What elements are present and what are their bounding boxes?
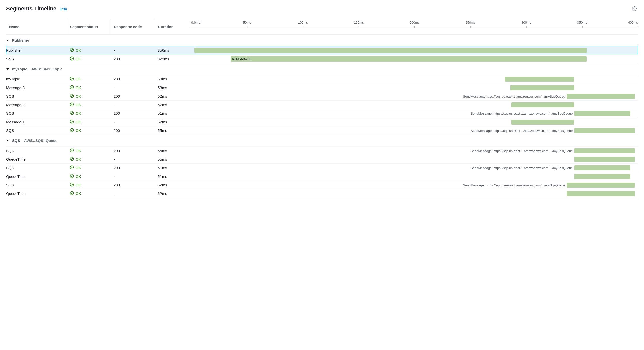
status-label: OK bbox=[76, 157, 81, 161]
timeline-bar[interactable] bbox=[505, 77, 574, 82]
duration-value: 323ms bbox=[155, 55, 191, 63]
status-ok-badge: OK bbox=[70, 165, 81, 170]
duration-value: 58ms bbox=[155, 83, 191, 92]
timeline-bar[interactable] bbox=[510, 85, 574, 90]
chevron-down-icon[interactable] bbox=[6, 68, 10, 71]
segment-row[interactable]: QueueTimeOK-51ms bbox=[6, 172, 638, 181]
segment-row[interactable]: QueueTimeOK-55ms bbox=[6, 155, 638, 163]
response-code: - bbox=[111, 101, 155, 109]
timeline-cell: SendMessage: https://sqs.us-east-1.amazo… bbox=[191, 181, 638, 189]
ruler-tick: 350ms bbox=[577, 21, 587, 24]
settings-button[interactable] bbox=[631, 5, 638, 12]
status-label: OK bbox=[76, 166, 81, 170]
segment-name: Message-3 bbox=[6, 83, 67, 92]
segment-status: OK bbox=[67, 83, 111, 92]
duration-value: 55ms bbox=[155, 126, 191, 135]
info-link[interactable]: Info bbox=[60, 7, 67, 11]
timeline-cell: SendMessage: https://sqs.us-east-1.amazo… bbox=[191, 164, 638, 172]
timeline-bar-label: SendMessage: https://sqs.us-east-1.amazo… bbox=[471, 148, 574, 153]
segment-row[interactable]: QueueTimeOK-62ms bbox=[6, 189, 638, 198]
timeline-cell: SendMessage: https://sqs.us-east-1.amazo… bbox=[191, 147, 638, 155]
page-header: Segments Timeline Info bbox=[6, 5, 638, 12]
segment-row[interactable]: SQSOK20055msSendMessage: https://sqs.us-… bbox=[6, 126, 638, 135]
segment-row[interactable]: PublisherOK-356ms bbox=[6, 46, 638, 54]
timeline-bar-label: SendMessage: https://sqs.us-east-1.amazo… bbox=[471, 111, 574, 116]
response-code: - bbox=[111, 172, 155, 181]
status-label: OK bbox=[76, 120, 81, 124]
timeline-bar[interactable] bbox=[194, 48, 587, 53]
segment-row[interactable]: Message-2OK-57ms bbox=[6, 100, 638, 109]
timeline-bar[interactable] bbox=[574, 165, 631, 170]
timeline-bar[interactable] bbox=[574, 174, 631, 179]
timeline-bar[interactable] bbox=[511, 120, 574, 125]
timeline-cell bbox=[191, 83, 638, 92]
timeline-bar[interactable] bbox=[511, 102, 574, 107]
response-code: - bbox=[111, 46, 155, 54]
segment-status: OK bbox=[67, 92, 111, 100]
check-circle-icon bbox=[70, 56, 74, 62]
segment-row[interactable]: SQSOK20051msSendMessage: https://sqs.us-… bbox=[6, 109, 638, 118]
timeline-bar[interactable] bbox=[567, 94, 635, 99]
segment-row[interactable]: Message-1OK-57ms bbox=[6, 118, 638, 126]
duration-value: 57ms bbox=[155, 101, 191, 109]
status-ok-badge: OK bbox=[70, 56, 81, 62]
timeline-bar[interactable] bbox=[574, 111, 631, 116]
status-ok-badge: OK bbox=[70, 48, 81, 53]
column-headers: Name Segment status Response code Durati… bbox=[6, 19, 638, 34]
timeline-cell bbox=[191, 155, 638, 163]
ruler-tick: 150ms bbox=[354, 21, 364, 24]
col-status: Segment status bbox=[67, 19, 111, 34]
timeline-bar-label: SendMessage: https://sqs.us-east-1.amazo… bbox=[463, 183, 567, 188]
timeline-bar-label: SendMessage: https://sqs.us-east-1.amazo… bbox=[471, 165, 574, 170]
group-name: SQS bbox=[12, 138, 20, 143]
col-name: Name bbox=[6, 19, 67, 34]
check-circle-icon bbox=[70, 148, 74, 153]
duration-value: 63ms bbox=[155, 75, 191, 83]
segment-name: SQS bbox=[6, 126, 67, 135]
response-code: - bbox=[111, 83, 155, 92]
ruler-tick: 400ms bbox=[628, 21, 638, 24]
check-circle-icon bbox=[70, 85, 74, 90]
status-label: OK bbox=[76, 85, 81, 90]
col-response: Response code bbox=[111, 19, 155, 34]
timeline-cell bbox=[191, 46, 638, 54]
response-code: - bbox=[111, 118, 155, 126]
timeline-bar[interactable] bbox=[574, 148, 635, 153]
chevron-down-icon[interactable] bbox=[6, 139, 10, 142]
segment-row[interactable]: SQSOK20055msSendMessage: https://sqs.us-… bbox=[6, 146, 638, 155]
segment-status: OK bbox=[67, 46, 111, 54]
check-circle-icon bbox=[70, 76, 74, 82]
segment-status: OK bbox=[67, 126, 111, 135]
status-label: OK bbox=[76, 111, 81, 115]
duration-value: 51ms bbox=[155, 109, 191, 118]
ruler-tick: 0.0ms bbox=[191, 21, 200, 24]
col-duration: Duration bbox=[155, 19, 191, 34]
segment-name: Message-2 bbox=[6, 101, 67, 109]
timeline-bar[interactable] bbox=[567, 191, 635, 196]
segment-row[interactable]: myTopicOK20063ms bbox=[6, 75, 638, 83]
group-heading[interactable]: myTopicAWS::SNS::Topic bbox=[6, 63, 638, 75]
segment-row[interactable]: SNSOK200323msPublishBatch bbox=[6, 54, 638, 63]
status-label: OK bbox=[76, 77, 81, 81]
segment-row[interactable]: Message-3OK-58ms bbox=[6, 83, 638, 92]
status-label: OK bbox=[76, 94, 81, 98]
chevron-down-icon[interactable] bbox=[6, 39, 10, 42]
timeline-cell bbox=[191, 118, 638, 126]
timeline-ruler: 0.0ms50ms100ms150ms200ms250ms300ms350ms4… bbox=[191, 19, 638, 34]
timeline-bar[interactable] bbox=[574, 128, 635, 133]
segment-row[interactable]: SQSOK20062msSendMessage: https://sqs.us-… bbox=[6, 92, 638, 100]
timeline-bar[interactable] bbox=[567, 183, 635, 188]
status-label: OK bbox=[76, 57, 81, 61]
status-label: OK bbox=[76, 191, 81, 196]
timeline-bar[interactable] bbox=[574, 157, 635, 162]
status-ok-badge: OK bbox=[70, 94, 81, 99]
segment-status: OK bbox=[67, 75, 111, 83]
group-heading[interactable]: Publisher bbox=[6, 34, 638, 46]
status-label: OK bbox=[76, 183, 81, 187]
status-ok-badge: OK bbox=[70, 182, 81, 188]
status-ok-badge: OK bbox=[70, 157, 81, 162]
duration-value: 51ms bbox=[155, 172, 191, 181]
segment-row[interactable]: SQSOK20051msSendMessage: https://sqs.us-… bbox=[6, 163, 638, 172]
segment-row[interactable]: SQSOK20062msSendMessage: https://sqs.us-… bbox=[6, 181, 638, 189]
group-heading[interactable]: SQSAWS::SQS::Queue bbox=[6, 135, 638, 146]
